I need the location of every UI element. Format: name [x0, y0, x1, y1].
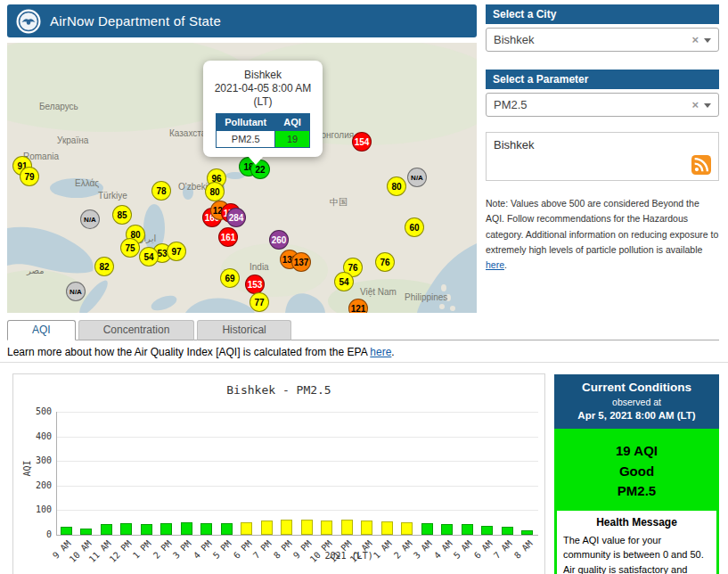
popup-tail	[248, 156, 264, 165]
y-tick-label: 400	[20, 431, 52, 441]
parameter-select-value: PM2.5	[494, 98, 528, 111]
epa-link[interactable]: here	[370, 346, 391, 358]
chart-bar[interactable]	[101, 524, 112, 535]
city-select[interactable]: Bishkek ×	[486, 28, 719, 52]
map-country-label: Việt Nam	[360, 287, 397, 297]
parameter-select-header: Select a Parameter	[486, 70, 719, 89]
cc-observed-label: observed at	[558, 397, 716, 407]
current-conditions-panel: Current Conditions observed at Apr 5, 20…	[554, 374, 719, 574]
aqi-marker[interactable]: 121	[348, 299, 368, 313]
aqi-marker[interactable]: 75	[120, 238, 140, 258]
chart-bar[interactable]	[221, 523, 233, 535]
feed-title: Bishkek	[494, 138, 535, 152]
tab-historical[interactable]: Historical	[197, 320, 290, 340]
tab-bar: AQIConcentrationHistorical	[7, 320, 294, 340]
chevron-down-icon[interactable]	[704, 103, 711, 108]
chart-bar[interactable]	[261, 521, 273, 535]
y-tick-label: 500	[20, 406, 52, 416]
tab-aqi[interactable]: AQI	[7, 320, 76, 340]
city-select-header: Select a City	[486, 4, 719, 24]
map-country-label: 中国	[330, 196, 348, 209]
app-title: AirNow Department of State	[50, 13, 221, 29]
note-before: Note: Values above 500 are considered Be…	[486, 198, 718, 255]
tab-concentration[interactable]: Concentration	[78, 320, 195, 340]
parameter-select[interactable]: PM2.5 ×	[486, 93, 719, 117]
aqi-marker[interactable]: N/A	[407, 168, 427, 187]
chart-bar[interactable]	[120, 523, 132, 535]
aqi-marker[interactable]: 78	[151, 181, 171, 201]
aqi-marker[interactable]: N/A	[80, 209, 100, 229]
aqi-marker[interactable]: 54	[334, 272, 354, 291]
chart-title: Bishkek - PM2.5	[13, 383, 544, 397]
aqi-marker[interactable]: 260	[269, 230, 289, 250]
popup-lt: (LT)	[207, 95, 319, 108]
popup-aqi-header: AQI	[275, 114, 310, 131]
aqi-marker[interactable]: 76	[375, 252, 395, 272]
aqi-marker[interactable]: 54	[139, 247, 159, 266]
map-canvas[interactable]: БеларусьУкраїнаRomaniaΕλλάςTürkiyeКазахс…	[7, 43, 477, 313]
aqi-marker[interactable]: 153	[245, 275, 265, 294]
cc-health-title: Health Message	[563, 516, 710, 529]
feed-box: Bishkek	[486, 132, 719, 181]
chart-plot: 01002003004005009 AM10 AM11 AM12 PM1 PM2…	[56, 412, 538, 536]
chart-bar[interactable]	[160, 523, 172, 535]
chart-bar[interactable]	[462, 524, 473, 535]
city-clear-icon[interactable]: ×	[691, 33, 699, 46]
gridline	[57, 510, 538, 511]
chart-bar[interactable]	[200, 523, 212, 535]
chart-bar[interactable]	[381, 521, 393, 535]
aqi-marker[interactable]: 97	[167, 242, 186, 261]
gridline	[57, 486, 538, 487]
learn-more-before: Learn more about how the Air Quality Ind…	[7, 346, 370, 358]
aqi-marker[interactable]: 161	[218, 227, 238, 247]
aqi-marker[interactable]: N/A	[66, 282, 86, 301]
chart-bar[interactable]	[281, 520, 292, 535]
aqi-marker[interactable]: 80	[387, 176, 406, 196]
note-after: .	[504, 259, 507, 270]
aqi-marker[interactable]: 154	[352, 132, 372, 152]
popup-city: Bishkek	[207, 69, 319, 81]
chart-bar[interactable]	[521, 530, 533, 535]
chart-bar[interactable]	[421, 523, 433, 535]
aqi-marker[interactable]: 79	[20, 167, 39, 186]
chart-bar[interactable]	[321, 521, 332, 535]
rss-icon[interactable]	[691, 155, 711, 175]
chart-bar[interactable]	[61, 527, 72, 535]
popup-pollutant-header: Pollutant	[217, 114, 275, 131]
aqi-marker[interactable]: 284	[226, 208, 246, 227]
note-text: Note: Values above 500 are considered Be…	[486, 196, 719, 274]
map-country-label: India	[249, 262, 269, 272]
aqi-marker[interactable]: 137	[291, 252, 311, 272]
aqi-marker[interactable]: 82	[94, 257, 114, 276]
aqi-marker[interactable]: 77	[249, 292, 269, 312]
parameter-clear-icon[interactable]: ×	[691, 98, 699, 111]
map-popup: Bishkek 2021-04-05 8:00 AM (LT) Pollutan…	[203, 61, 323, 157]
gridline	[57, 461, 538, 462]
chart-bar[interactable]	[181, 522, 192, 535]
cc-health-message: The AQI value for your community is betw…	[563, 533, 710, 574]
aqi-marker[interactable]: 80	[205, 182, 225, 201]
chart-bar[interactable]	[401, 522, 413, 535]
aqi-marker[interactable]: 69	[220, 268, 240, 288]
chart-bar[interactable]	[361, 521, 372, 535]
chart-bar[interactable]	[481, 526, 493, 535]
chart-bar[interactable]	[80, 529, 92, 535]
chart-bar[interactable]	[241, 522, 252, 535]
chevron-down-icon[interactable]	[704, 38, 711, 43]
cc-parameter: PM2.5	[554, 481, 719, 502]
aqi-marker[interactable]: 60	[405, 217, 424, 237]
x-axis-date-label: 2021 (LT)	[325, 551, 373, 561]
note-link[interactable]: here	[486, 259, 504, 270]
content-divider	[0, 362, 728, 363]
chart-bar[interactable]	[141, 524, 152, 535]
cc-observed-value: Apr 5, 2021 8:00 AM (LT)	[558, 410, 716, 421]
map-country-label: Беларусь	[39, 102, 78, 111]
y-tick-label: 300	[20, 455, 52, 465]
aqi-marker[interactable]: 85	[112, 205, 132, 225]
chart-panel: Bishkek - PM2.5 AQI 01002003004005009 AM…	[12, 373, 545, 574]
learn-more-after: .	[391, 346, 394, 358]
chart-bar[interactable]	[441, 524, 453, 535]
chart-bar[interactable]	[301, 520, 313, 535]
chart-bar[interactable]	[502, 527, 513, 535]
chart-bar[interactable]	[341, 520, 353, 535]
